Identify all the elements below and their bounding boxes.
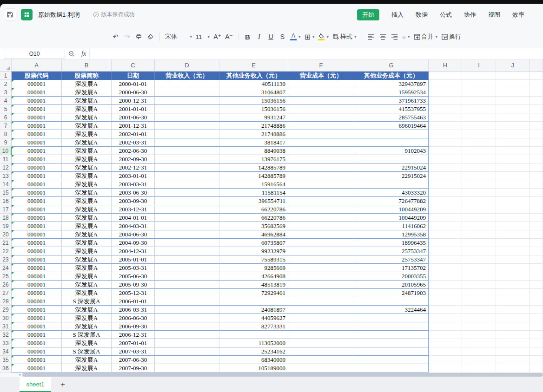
cell-A20[interactable]: 000001 (12, 230, 62, 239)
font-color-button[interactable]: A ▾ (288, 30, 303, 43)
cell-B7[interactable]: 深发展A (62, 122, 112, 130)
cell-C9[interactable]: 2002-03-31 (112, 138, 155, 147)
cell-I33[interactable] (462, 339, 496, 347)
cell-D5[interactable] (155, 105, 219, 113)
cell-H30[interactable] (429, 314, 462, 322)
cell-J11[interactable] (496, 155, 530, 163)
cell-I13[interactable] (462, 172, 496, 180)
cell-B4[interactable]: 深发展A (62, 97, 112, 105)
cell-C23[interactable]: 2005-01-01 (112, 255, 155, 264)
row-header-27[interactable]: 27 (0, 289, 12, 297)
cell-J18[interactable] (496, 214, 530, 222)
cell-J22[interactable] (496, 247, 530, 255)
cell-K8[interactable] (530, 130, 543, 138)
cell-J30[interactable] (496, 314, 530, 322)
cell-F28[interactable] (288, 297, 354, 306)
cell-B28[interactable]: S 深发展A (62, 297, 112, 306)
cell-E32[interactable] (219, 331, 288, 339)
row-header-7[interactable]: 7 (0, 122, 12, 130)
row-header-29[interactable]: 29 (0, 306, 12, 314)
cell-B34[interactable]: S 深发展A (62, 347, 112, 356)
tab-collaborate[interactable]: 协作 (464, 11, 476, 19)
row-header-30[interactable]: 30 (0, 314, 12, 322)
row-header-5[interactable]: 5 (0, 105, 12, 113)
cell-K12[interactable] (530, 163, 543, 172)
cell-H7[interactable] (429, 122, 462, 130)
cell-C20[interactable]: 2004-06-30 (112, 230, 155, 239)
cell-J1[interactable] (496, 72, 530, 80)
cell-E20[interactable]: 46962884 (219, 230, 288, 239)
cell-G36[interactable] (354, 364, 429, 372)
cell-H3[interactable] (429, 88, 462, 97)
cell-A29[interactable]: 000001 (12, 306, 62, 314)
cell-K33[interactable] (530, 339, 543, 347)
cell-C12[interactable]: 2002-12-31 (112, 163, 155, 172)
cell-F27[interactable] (288, 289, 354, 297)
cell-F13[interactable] (288, 172, 354, 180)
cell-E25[interactable]: 42664908 (219, 272, 288, 281)
cell-D20[interactable] (155, 230, 219, 239)
cell-I35[interactable] (462, 356, 496, 364)
cell-F22[interactable] (288, 247, 354, 255)
cell-D3[interactable] (155, 88, 219, 97)
cell-H16[interactable] (429, 197, 462, 205)
cell-H28[interactable] (429, 297, 462, 306)
cell-B29[interactable]: 深发展A (62, 306, 112, 314)
cell-D10[interactable] (155, 147, 219, 155)
cell-C5[interactable]: 2001-01-01 (112, 105, 155, 113)
cell-B22[interactable]: 深发展A (62, 247, 112, 255)
cell-A34[interactable]: 000001 (12, 347, 62, 356)
cell-F7[interactable] (288, 122, 354, 130)
cell-E1[interactable]: 其他业务收入（元） (219, 72, 288, 80)
cell-E35[interactable]: 68340000 (219, 356, 288, 364)
cell-A26[interactable]: 000001 (12, 281, 62, 289)
cell-B15[interactable]: 深发展A (62, 189, 112, 197)
cell-H9[interactable] (429, 138, 462, 147)
cell-K22[interactable] (530, 247, 543, 255)
cell-K24[interactable] (530, 264, 543, 272)
cell-K2[interactable] (530, 80, 543, 88)
cell-F18[interactable] (288, 214, 354, 222)
cell-D17[interactable] (155, 205, 219, 214)
cell-H31[interactable] (429, 322, 462, 331)
cell-G21[interactable]: 18996435 (354, 239, 429, 247)
underline-button[interactable]: U (265, 30, 277, 43)
cell-D23[interactable] (155, 255, 219, 264)
cell-F30[interactable] (288, 314, 354, 322)
cell-F24[interactable] (288, 264, 354, 272)
cell-F29[interactable] (288, 306, 354, 314)
row-header-11[interactable]: 11 (0, 155, 12, 163)
cell-A5[interactable]: 000001 (12, 105, 62, 113)
cell-C32[interactable]: 2006-12-31 (112, 331, 155, 339)
cell-K29[interactable] (530, 306, 543, 314)
cell-D24[interactable] (155, 264, 219, 272)
cell-J25[interactable] (496, 272, 530, 281)
cell-A17[interactable]: 000001 (12, 205, 62, 214)
cell-B16[interactable]: 深发展A (62, 197, 112, 205)
cell-H4[interactable] (429, 97, 462, 105)
cell-K9[interactable] (530, 138, 543, 147)
cell-J7[interactable] (496, 122, 530, 130)
row-header-10[interactable]: 10 (0, 147, 12, 155)
cell-G33[interactable] (354, 339, 429, 347)
cell-I24[interactable] (462, 264, 496, 272)
column-header-C[interactable]: C (112, 59, 155, 72)
row-header-26[interactable]: 26 (0, 281, 12, 289)
cell-D35[interactable] (155, 356, 219, 364)
cell-K36[interactable] (530, 364, 543, 372)
cell-C25[interactable]: 2005-06-30 (112, 272, 155, 281)
sheet-tab-sheet1[interactable]: sheet1 (20, 377, 51, 392)
cell-H36[interactable] (429, 364, 462, 372)
cell-I31[interactable] (462, 322, 496, 331)
cell-I15[interactable] (462, 189, 496, 197)
cell-H29[interactable] (429, 306, 462, 314)
cell-K19[interactable] (530, 222, 543, 230)
cell-C17[interactable]: 2003-12-31 (112, 205, 155, 214)
cell-B6[interactable]: 深发展A (62, 113, 112, 122)
row-header-34[interactable]: 34 (0, 347, 12, 356)
cell-K21[interactable] (530, 239, 543, 247)
cell-A24[interactable]: 000001 (12, 264, 62, 272)
cell-A11[interactable]: 000001 (12, 155, 62, 163)
row-header-2[interactable]: 2 (0, 80, 12, 88)
cell-A6[interactable]: 000001 (12, 113, 62, 122)
